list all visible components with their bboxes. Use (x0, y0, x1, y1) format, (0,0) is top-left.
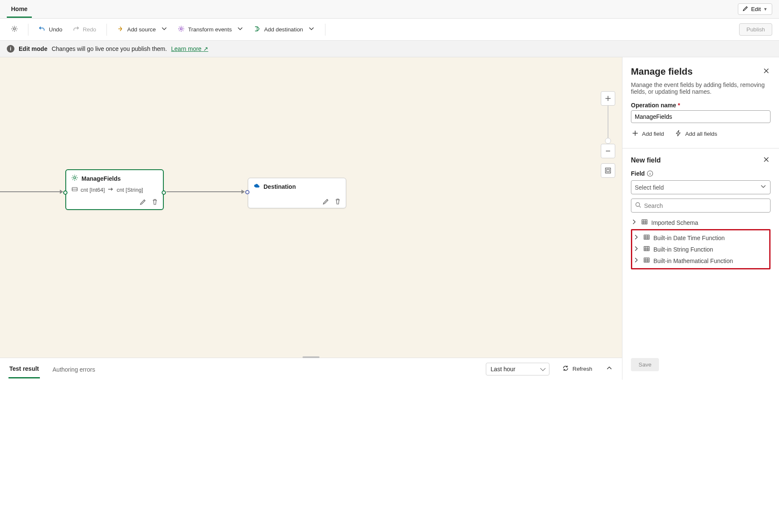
gear-icon (71, 174, 78, 182)
tree-item-label: Built-in Date Time Function (653, 235, 725, 241)
tab-test-result[interactable]: Test result (8, 359, 40, 378)
delete-node-button[interactable] (151, 198, 159, 206)
tree-item-string-fn[interactable]: Built-in String Function (633, 244, 768, 255)
node-destination-title: Destination (263, 183, 296, 190)
field-search-input[interactable]: Search (631, 199, 771, 213)
save-button[interactable]: Save (631, 358, 659, 371)
zoom-fit-button[interactable] (601, 163, 615, 178)
source-icon (117, 25, 124, 34)
caret-down-icon: ▼ (763, 7, 768, 11)
tab-strip: Home Edit ▼ (0, 0, 779, 19)
transform-icon (178, 25, 185, 34)
edit-dropdown[interactable]: Edit ▼ (738, 3, 772, 15)
info-icon: i (7, 45, 14, 53)
undo-button[interactable]: Undo (34, 23, 67, 36)
chevron-right-icon (633, 245, 640, 253)
close-panel-button[interactable] (762, 66, 771, 77)
chevron-down-icon (235, 25, 244, 34)
tree-item-label: Built-in String Function (653, 246, 713, 253)
gear-icon (11, 25, 18, 34)
chevron-right-icon (633, 257, 640, 265)
close-new-field-button[interactable] (762, 154, 771, 166)
transform-button[interactable]: Transform events (174, 23, 248, 36)
tree-item-math-fn[interactable]: Built-in Mathematical Function (633, 255, 768, 266)
time-range-dropdown[interactable]: Last hour (486, 363, 549, 375)
cloud-icon (253, 182, 260, 190)
chevron-down-icon (306, 25, 315, 34)
info-icon (647, 170, 653, 177)
add-source-button[interactable]: Add source (113, 23, 172, 36)
bottom-dock: Test result Authoring errors Last hour R… (0, 358, 622, 380)
new-field-title: New field (631, 157, 661, 164)
column-icon (71, 186, 78, 194)
redo-icon (73, 25, 79, 34)
plus-icon (632, 130, 639, 138)
search-placeholder: Search (644, 202, 663, 209)
banner-msg: Changes will go live once you publish th… (52, 45, 167, 52)
tab-authoring-errors[interactable]: Authoring errors (52, 360, 96, 378)
zoom-out-button[interactable] (601, 144, 615, 158)
learn-more-label: Learn more (171, 45, 202, 52)
highlighted-box: Built-in Date Time Function Built-in Str… (631, 229, 771, 269)
banner-title: Edit mode (19, 45, 48, 52)
chevron-right-icon (631, 218, 638, 227)
node-managefields-src: cnt [Int64] (81, 187, 105, 193)
pencil-icon (743, 6, 748, 13)
add-field-button[interactable]: Add field (631, 128, 665, 140)
table-icon (643, 257, 650, 265)
tree-item-imported-schema[interactable]: Imported Schema (631, 217, 771, 228)
zoom-controls (601, 91, 615, 178)
chevron-up-icon (606, 365, 613, 373)
bolt-icon (675, 130, 682, 138)
field-label: Field (631, 170, 771, 177)
close-icon (763, 67, 770, 76)
toolbar: Undo Redo Add source Transform events Ad… (0, 19, 779, 41)
add-source-label: Add source (127, 26, 156, 33)
table-icon (641, 218, 648, 227)
arrow-right-icon (107, 186, 114, 194)
redo-label: Redo (83, 26, 96, 33)
table-icon (643, 234, 650, 242)
undo-label: Undo (49, 26, 62, 33)
table-icon (643, 245, 650, 253)
side-description: Manage the event fields by adding fields… (631, 81, 771, 95)
settings-button[interactable] (7, 23, 22, 36)
chevron-down-icon (159, 25, 168, 34)
add-destination-button[interactable]: Add destination (249, 23, 319, 36)
add-field-label: Add field (642, 131, 664, 137)
refresh-button[interactable]: Refresh (561, 363, 593, 375)
search-icon (635, 202, 642, 210)
node-managefields[interactable]: ManageFields cnt [Int64] cnt [String] (65, 169, 164, 210)
tab-home[interactable]: Home (7, 0, 32, 18)
field-select[interactable]: Select field (631, 180, 771, 194)
publish-button[interactable]: Publish (739, 23, 772, 36)
delete-node-button[interactable] (334, 198, 342, 205)
edit-node-button[interactable] (139, 198, 147, 206)
refresh-icon (562, 365, 569, 373)
redo-button[interactable]: Redo (68, 23, 101, 36)
add-destination-label: Add destination (264, 26, 303, 33)
add-all-fields-button[interactable]: Add all fields (674, 128, 718, 140)
close-icon (763, 156, 770, 164)
node-destination[interactable]: Destination (248, 178, 346, 208)
edit-label: Edit (751, 6, 761, 12)
flow-canvas[interactable]: ManageFields cnt [Int64] cnt [String] (0, 57, 622, 358)
tree-item-datetime-fn[interactable]: Built-in Date Time Function (633, 232, 768, 244)
zoom-slider[interactable] (608, 106, 608, 144)
node-managefields-dst: cnt [String] (117, 187, 143, 193)
operation-name-label: Operation name * (631, 102, 771, 109)
zoom-in-button[interactable] (601, 91, 615, 106)
chevron-right-icon (633, 234, 640, 242)
destination-icon (254, 25, 261, 34)
side-title: Manage fields (631, 66, 692, 77)
operation-name-input[interactable] (631, 110, 771, 123)
learn-more-link[interactable]: Learn more ↗ (171, 45, 208, 52)
tree-item-label: Built-in Mathematical Function (653, 258, 733, 264)
edit-mode-banner: i Edit mode Changes will go live once yo… (0, 41, 779, 57)
undo-icon (39, 25, 45, 34)
side-panel: Manage fields Manage the event fields by… (622, 57, 779, 380)
add-all-label: Add all fields (685, 131, 717, 137)
edit-node-button[interactable] (322, 198, 330, 205)
dock-expand-button[interactable] (605, 363, 614, 375)
field-select-value: Select field (635, 184, 664, 191)
